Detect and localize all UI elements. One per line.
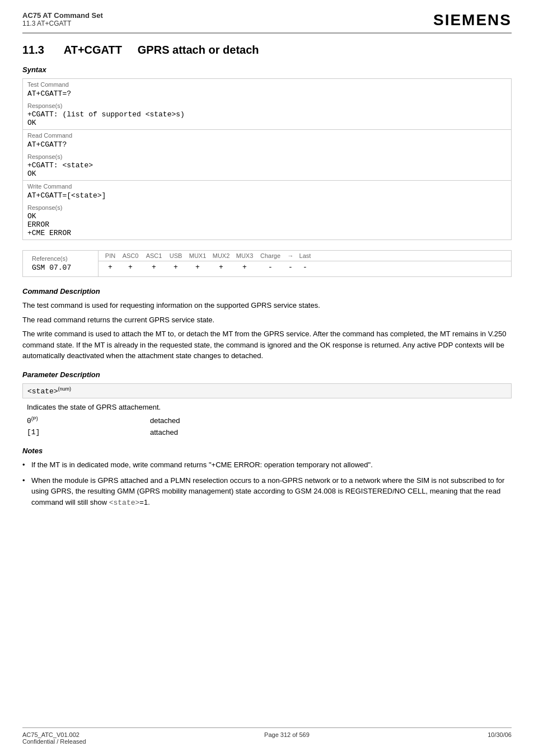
command-description-label: Command Description (22, 287, 512, 295)
desc-para-3: The write command is used to attach the … (22, 328, 512, 361)
col-asc0: ASC0 (119, 252, 142, 259)
reference-block: Reference(s) GSM 07.07 PIN ASC0 ASC1 USB… (22, 250, 512, 277)
write-command-code: AT+CGATT=[<state>] (23, 191, 511, 202)
test-response-code: +CGATT: (list of supported <state>s) OK (23, 110, 511, 129)
param-superscript: (num) (58, 386, 72, 392)
val-pin: + (102, 263, 119, 271)
param-value-row-1: [1] attached (22, 426, 512, 438)
val-arrow: - (284, 263, 297, 271)
page-footer: AC75_ATC_V01.002 Confidential / Released… (22, 727, 512, 745)
param-description: Indicates the state of GPRS attachement. (22, 402, 512, 415)
note-item-0: If the MT is in dedicated mode, write co… (22, 459, 512, 471)
col-charge: Charge (256, 252, 284, 259)
footer-left: AC75_ATC_V01.002 Confidential / Released (22, 731, 86, 745)
write-command-block: Write Command AT+CGATT=[<state>] Respons… (23, 181, 511, 240)
reference-label: Reference(s) (27, 253, 93, 263)
col-mux1: MUX1 (186, 252, 209, 259)
page-header: AC75 AT Command Set 11.3 AT+CGATT SIEMEN… (22, 11, 512, 29)
write-response-label: Response(s) (23, 202, 511, 212)
read-command-code: AT+CGATT? (23, 140, 511, 151)
footer-date: 10/30/06 (488, 731, 512, 745)
col-pin: PIN (102, 252, 119, 259)
param-value-0-sup: (P) (31, 416, 38, 421)
param-name: <state> (27, 387, 58, 396)
param-value-1: [1] (22, 426, 146, 438)
write-command-label: Write Command (23, 181, 511, 191)
test-command-block: Test Command AT+CGATT=? Response(s) +CGA… (23, 79, 511, 130)
write-response-code: OK ERROR +CME ERROR (23, 212, 511, 240)
param-label-0: detached (146, 415, 512, 426)
test-command-code: AT+CGATT=? (23, 89, 511, 100)
col-arrow: → (284, 252, 297, 259)
param-values-table: 0(P) detached [1] attached (22, 415, 512, 438)
footer-confidential: Confidential / Released (22, 738, 86, 745)
col-mux2: MUX2 (209, 252, 233, 259)
note-item-1: When the module is GPRS attached and a P… (22, 475, 512, 509)
val-mux3: + (233, 263, 256, 271)
val-charge: - (256, 263, 284, 271)
brand-logo: SIEMENS (433, 11, 512, 29)
read-command-label: Read Command (23, 130, 511, 140)
doc-subtitle: 11.3 AT+CGATT (22, 20, 103, 27)
header-divider (22, 32, 512, 34)
param-value-0: 0(P) (22, 415, 146, 426)
reference-value: GSM 07.07 (27, 263, 93, 274)
val-last: - (297, 263, 313, 271)
desc-para-1: The test command is used for requesting … (22, 300, 512, 311)
val-usb: + (166, 263, 186, 271)
desc-para-2: The read command returns the current GPR… (22, 314, 512, 326)
reference-right: PIN ASC0 ASC1 USB MUX1 MUX2 MUX3 Charge … (99, 251, 511, 276)
read-command-block: Read Command AT+CGATT? Response(s) +CGAT… (23, 130, 511, 181)
notes-label: Notes (22, 447, 512, 455)
test-command-label: Test Command (23, 79, 511, 89)
section-title: AT+CGATT (64, 44, 122, 56)
param-label-1: attached (146, 426, 512, 438)
notes-section: Notes If the MT is in dedicated mode, wr… (22, 447, 512, 508)
col-last: Last (297, 252, 313, 259)
read-response-label: Response(s) (23, 151, 511, 161)
col-usb: USB (166, 252, 186, 259)
notes-list: If the MT is in dedicated mode, write co… (22, 459, 512, 508)
val-mux2: + (209, 263, 233, 271)
val-mux1: + (186, 263, 209, 271)
read-response-code: +CGATT: <state> OK (23, 161, 511, 180)
param-header-row: <state>(num) (22, 383, 512, 398)
reference-columns-values: + + + + + + + - - - (99, 261, 511, 273)
command-blocks-table: Test Command AT+CGATT=? Response(s) +CGA… (22, 78, 512, 240)
doc-title: AC75 AT Command Set (22, 11, 103, 20)
test-response-label: Response(s) (23, 100, 511, 110)
col-asc1: ASC1 (142, 252, 166, 259)
page-container: AC75 AT Command Set 11.3 AT+CGATT SIEMEN… (0, 0, 534, 756)
syntax-label: Syntax (22, 65, 512, 74)
val-asc1: + (142, 263, 166, 271)
reference-columns-header: PIN ASC0 ASC1 USB MUX1 MUX2 MUX3 Charge … (99, 251, 511, 261)
section-heading: 11.3 AT+CGATT GPRS attach or detach (22, 44, 512, 57)
parameter-description-label: Parameter Description (22, 370, 512, 379)
command-description-section: Command Description The test command is … (22, 287, 512, 361)
val-asc0: + (119, 263, 142, 271)
parameter-description-section: Parameter Description <state>(num) Indic… (22, 370, 512, 438)
section-number: 11.3 (22, 44, 44, 56)
footer-page: Page 312 of 569 (264, 731, 310, 745)
section-subtitle: GPRS attach or detach (138, 44, 259, 56)
footer-doc-id: AC75_ATC_V01.002 (22, 731, 86, 738)
reference-left: Reference(s) GSM 07.07 (23, 251, 99, 276)
col-mux3: MUX3 (233, 252, 256, 259)
param-value-row-0: 0(P) detached (22, 415, 512, 426)
header-left: AC75 AT Command Set 11.3 AT+CGATT (22, 11, 103, 27)
